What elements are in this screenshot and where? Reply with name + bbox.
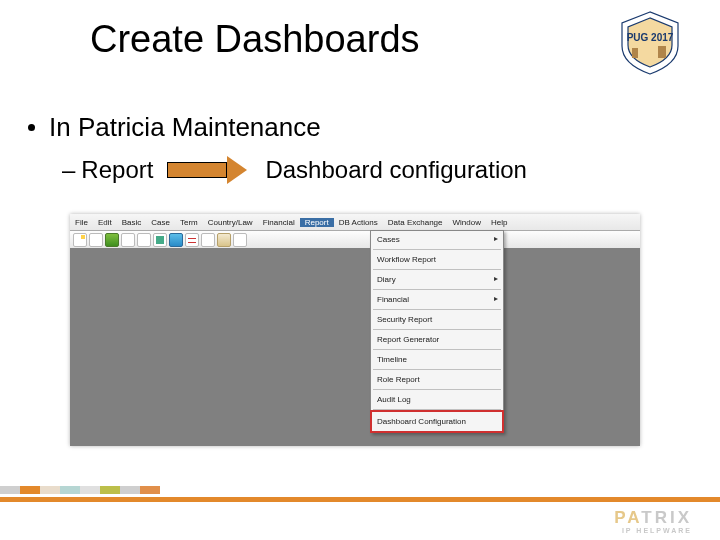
stripe — [20, 486, 40, 494]
stripe — [100, 486, 120, 494]
color-stripes — [0, 486, 160, 494]
menu-item-report-generator[interactable]: Report Generator — [371, 331, 503, 348]
toolbar-new-icon[interactable] — [73, 233, 87, 247]
menu-basic[interactable]: Basic — [117, 218, 147, 227]
stripe — [0, 486, 20, 494]
stripe — [40, 486, 60, 494]
stripe — [140, 486, 160, 494]
menu-help[interactable]: Help — [486, 218, 512, 227]
stripe — [60, 486, 80, 494]
menubar: FileEditBasicCaseTermCountry/LawFinancia… — [70, 214, 640, 231]
bullet-dash-icon: – — [62, 156, 75, 184]
toolbar-save-icon[interactable] — [105, 233, 119, 247]
bullet-dot-icon — [28, 124, 35, 131]
toolbar-icon[interactable] — [121, 233, 135, 247]
bullet2-left-text: Report — [81, 156, 153, 184]
menu-edit[interactable]: Edit — [93, 218, 117, 227]
toolbar-icon[interactable] — [233, 233, 247, 247]
menu-item-audit-log[interactable]: Audit Log — [371, 391, 503, 408]
arrow-icon — [167, 156, 247, 184]
footer-brand: PATRIX IP HELPWARE — [614, 509, 692, 534]
app-screenshot: FileEditBasicCaseTermCountry/LawFinancia… — [70, 214, 640, 446]
toolbar-icon[interactable] — [201, 233, 215, 247]
event-logo: PUG 2017 — [610, 8, 690, 78]
menu-item-cases[interactable]: Cases — [371, 231, 503, 248]
toolbar-icon[interactable] — [153, 233, 167, 247]
toolbar-icon[interactable] — [217, 233, 231, 247]
menu-data-exchange[interactable]: Data Exchange — [383, 218, 448, 227]
menu-item-workflow-report[interactable]: Workflow Report — [371, 251, 503, 268]
orange-divider — [0, 497, 720, 502]
toolbar-globe-icon[interactable] — [169, 233, 183, 247]
menu-item-diary[interactable]: Diary — [371, 271, 503, 288]
menu-financial[interactable]: Financial — [258, 218, 300, 227]
menu-country-law[interactable]: Country/Law — [203, 218, 258, 227]
menu-window[interactable]: Window — [448, 218, 486, 227]
report-menu-dropdown: CasesWorkflow ReportDiaryFinancialSecuri… — [370, 230, 504, 433]
menu-case[interactable]: Case — [146, 218, 175, 227]
svg-rect-1 — [658, 46, 666, 58]
menu-item-role-report[interactable]: Role Report — [371, 371, 503, 388]
bullet-level-2: – Report Dashboard configuration — [62, 156, 527, 184]
bullet2-right-text: Dashboard configuration — [265, 156, 527, 184]
workspace-area — [70, 248, 640, 446]
bullet-level-1: In Patricia Maintenance — [28, 112, 321, 143]
menu-item-timeline[interactable]: Timeline — [371, 351, 503, 368]
stripe — [80, 486, 100, 494]
toolbar-calendar-icon[interactable] — [185, 233, 199, 247]
menu-term[interactable]: Term — [175, 218, 203, 227]
stripe — [120, 486, 140, 494]
menu-db-actions[interactable]: DB Actions — [334, 218, 383, 227]
menu-report[interactable]: Report — [300, 218, 334, 227]
menu-item-financial[interactable]: Financial — [371, 291, 503, 308]
menu-item-security-report[interactable]: Security Report — [371, 311, 503, 328]
menu-item-dashboard-configuration[interactable]: Dashboard Configuration — [371, 411, 503, 432]
svg-rect-0 — [632, 48, 638, 58]
toolbar-open-icon[interactable] — [89, 233, 103, 247]
svg-text:PUG 2017: PUG 2017 — [627, 32, 674, 43]
menu-file[interactable]: File — [70, 218, 93, 227]
slide-title: Create Dashboards — [90, 18, 420, 61]
toolbar-icon[interactable] — [137, 233, 151, 247]
